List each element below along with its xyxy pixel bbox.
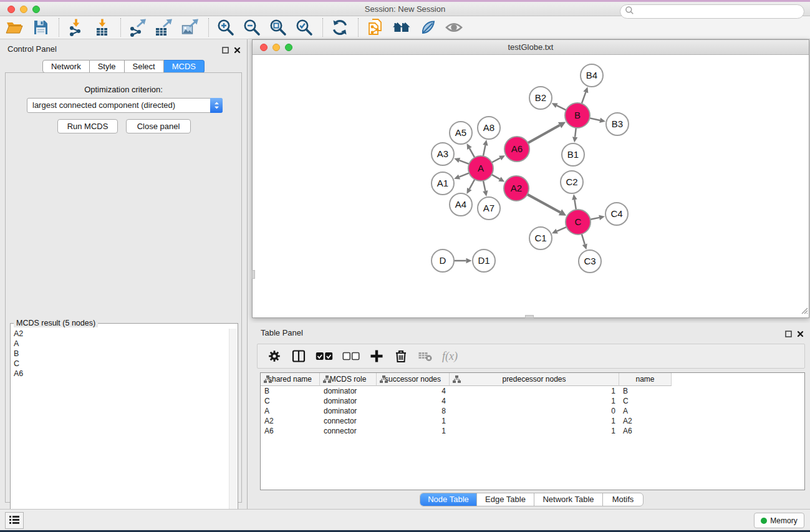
node-B[interactable]: B — [565, 103, 590, 128]
save-session-icon[interactable] — [31, 18, 50, 37]
criterion-dropdown[interactable]: largest connected component (directed) — [27, 98, 223, 113]
network-graph[interactable]: AA1A2A3A4A5A6A7A8BB1B2B3B4CC1C2C3C4DD1 — [253, 56, 809, 318]
horizontal-scrollbar-stub[interactable] — [525, 315, 534, 318]
first-neighbors-icon[interactable] — [392, 18, 411, 37]
node-D[interactable]: D — [432, 249, 454, 272]
table-cell[interactable]: B — [261, 386, 320, 396]
export-network-icon[interactable] — [128, 18, 147, 37]
zoom-out-icon[interactable] — [243, 18, 261, 37]
table-cell[interactable]: 1 — [377, 416, 450, 426]
table-cell[interactable]: A6 — [261, 426, 320, 436]
result-item[interactable]: C — [11, 359, 229, 369]
network-canvas[interactable]: AA1A2A3A4A5A6A7A8BB1B2B3B4CC1C2C3C4DD1 — [253, 56, 809, 317]
tab-edge-table[interactable]: Edge Table — [476, 493, 534, 506]
node-A1[interactable]: A1 — [432, 172, 454, 195]
edge-B-B4[interactable] — [581, 92, 586, 105]
table-cell[interactable]: A6 — [619, 426, 672, 436]
node-A3[interactable]: A3 — [432, 143, 454, 165]
result-item[interactable]: A — [11, 339, 229, 349]
node-table[interactable]: shared nameMCDS rolesuccessor nodesprede… — [260, 372, 805, 490]
zoom-selected-icon[interactable] — [295, 18, 314, 37]
column-header-predecessor-nodes[interactable]: predecessor nodes — [450, 373, 619, 386]
close-panel-icon[interactable] — [797, 329, 804, 340]
table-cell[interactable]: dominator — [320, 396, 377, 406]
node-A6[interactable]: A6 — [504, 137, 529, 162]
table-cell[interactable]: connector — [320, 416, 377, 426]
result-item[interactable]: A2 — [11, 329, 229, 339]
table-cell[interactable]: A — [261, 406, 320, 416]
tab-motifs[interactable]: Motifs — [602, 493, 643, 506]
table-cell[interactable]: 1 — [450, 416, 619, 426]
tab-network[interactable]: Network — [42, 60, 90, 73]
node-C4[interactable]: C4 — [605, 203, 628, 225]
task-history-button[interactable] — [5, 512, 24, 529]
column-header-successor-nodes[interactable]: successor nodes — [377, 373, 450, 386]
node-A8[interactable]: A8 — [478, 117, 500, 139]
table-row[interactable]: Bdominator41B — [261, 386, 804, 396]
tab-mcds[interactable]: MCDS — [164, 60, 205, 73]
table-row[interactable]: A2connector11A2 — [261, 416, 804, 426]
table-cell[interactable]: 1 — [450, 386, 619, 396]
deselect-all-icon[interactable] — [342, 349, 360, 364]
tab-style[interactable]: Style — [90, 60, 125, 73]
table-cell[interactable]: 4 — [377, 396, 450, 406]
table-cell[interactable]: A2 — [619, 416, 672, 426]
delete-column-icon[interactable] — [393, 349, 408, 364]
table-cell[interactable]: dominator — [320, 406, 377, 416]
refresh-network-icon[interactable] — [330, 18, 349, 37]
tab-network-table[interactable]: Network Table — [534, 493, 602, 506]
node-C2[interactable]: C2 — [561, 171, 583, 193]
column-visibility-icon[interactable] — [291, 349, 306, 364]
table-options-icon[interactable] — [267, 349, 282, 364]
table-row[interactable]: A6connector11A6 — [261, 426, 804, 436]
select-all-icon[interactable] — [316, 349, 333, 364]
table-cell[interactable]: 1 — [450, 426, 619, 436]
resize-grip-icon[interactable] — [801, 306, 808, 317]
node-A4[interactable]: A4 — [450, 193, 472, 216]
import-table-icon[interactable] — [93, 18, 112, 37]
tab-select[interactable]: Select — [125, 60, 164, 73]
column-header-shared-name[interactable]: shared name — [261, 373, 320, 386]
table-cell[interactable]: connector — [320, 426, 377, 436]
open-session-icon[interactable] — [5, 18, 24, 37]
edge-A2-C[interactable] — [526, 194, 561, 213]
hide-graphics-details-icon[interactable] — [418, 18, 437, 37]
result-item[interactable]: A6 — [11, 369, 229, 379]
table-cell[interactable]: 4 — [377, 386, 450, 396]
table-cell[interactable]: 1 — [377, 426, 450, 436]
add-column-icon[interactable] — [369, 349, 384, 364]
close-panel-button[interactable]: Close panel — [126, 119, 191, 133]
column-header-MCDS-role[interactable]: MCDS role — [320, 373, 377, 386]
vertical-scrollbar-stub[interactable] — [252, 270, 255, 279]
mcds-result-list[interactable]: A2ABCA6 — [11, 329, 229, 532]
table-cell[interactable]: dominator — [320, 386, 377, 396]
show-graphics-details-icon[interactable] — [445, 18, 463, 37]
import-network-icon[interactable] — [67, 18, 85, 37]
node-C[interactable]: C — [566, 210, 591, 235]
table-cell[interactable]: B — [619, 386, 672, 396]
node-C1[interactable]: C1 — [529, 227, 552, 249]
table-cell[interactable]: C — [619, 396, 672, 406]
node-A[interactable]: A — [468, 156, 493, 181]
table-cell[interactable]: C — [261, 396, 320, 406]
result-item[interactable]: B — [11, 349, 229, 359]
table-row[interactable]: Cdominator41C — [261, 396, 804, 406]
network-window-titlebar[interactable]: testGlobe.txt — [253, 40, 809, 55]
node-A5[interactable]: A5 — [450, 122, 472, 144]
export-table-icon[interactable] — [155, 18, 173, 37]
memory-button[interactable]: Memory — [754, 513, 804, 528]
table-row[interactable]: Adominator80A — [261, 406, 804, 416]
result-list-scrollbar[interactable] — [229, 329, 237, 532]
edge-A6-B[interactable] — [527, 125, 560, 143]
table-cell[interactable]: 0 — [450, 406, 619, 416]
float-panel-icon[interactable] — [785, 329, 792, 340]
export-image-icon[interactable] — [181, 18, 200, 37]
zoom-fit-icon[interactable] — [269, 18, 287, 37]
node-C3[interactable]: C3 — [579, 250, 601, 273]
close-panel-icon[interactable] — [234, 45, 241, 56]
table-cell[interactable]: A2 — [261, 416, 320, 426]
run-mcds-button[interactable]: Run MCDS — [57, 119, 118, 133]
search-input[interactable] — [637, 6, 804, 17]
node-D1[interactable]: D1 — [473, 249, 495, 272]
float-panel-icon[interactable] — [222, 45, 229, 56]
